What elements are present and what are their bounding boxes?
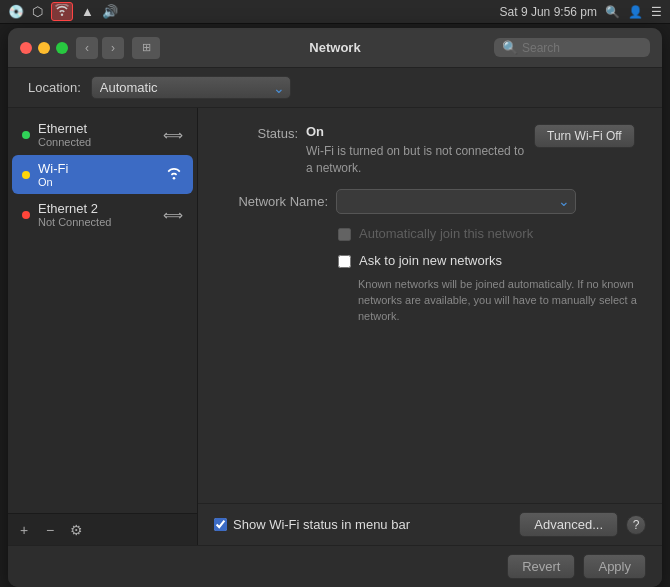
menubar: 💿 ⬡ ▲ 🔊 Sat 9 Jun 9:56 pm 🔍 👤 ☰ (0, 0, 670, 24)
location-select[interactable]: Automatic Home Work Custom (91, 76, 291, 99)
ethernet2-name: Ethernet 2 (38, 201, 155, 216)
action-bar: Revert Apply (8, 545, 662, 587)
wifi-text: Wi-Fi On (38, 161, 157, 188)
wifi-status: On (38, 176, 157, 188)
upload-icon: ▲ (81, 4, 94, 19)
back-button[interactable]: ‹ (76, 37, 98, 59)
window-title: Network (309, 40, 360, 55)
status-label: Status: (218, 124, 298, 141)
location-bar: Location: Automatic Home Work Custom ⌄ (8, 68, 662, 108)
wifi-signal-icon (165, 166, 183, 183)
search-input[interactable] (522, 41, 642, 55)
volume-icon: 🔊 (102, 4, 118, 19)
add-network-button[interactable]: + (12, 518, 36, 542)
ask-join-row: Ask to join new networks Known networks … (218, 253, 642, 325)
status-dot-yellow (22, 171, 30, 179)
network-name-select[interactable] (336, 189, 576, 214)
network-settings-button[interactable]: ⚙ (64, 518, 88, 542)
ethernet-text: Ethernet Connected (38, 121, 155, 148)
titlebar: ‹ › ⊞ Network 🔍 (8, 28, 662, 68)
show-wifi-row: Show Wi-Fi status in menu bar (214, 517, 511, 532)
sidebar: Ethernet Connected ⟺ Wi-Fi On (8, 108, 198, 545)
minimize-button[interactable] (38, 42, 50, 54)
nvidia-icon: ⬡ (32, 4, 43, 19)
nav-buttons: ‹ › ⊞ (76, 37, 160, 59)
auto-join-label: Automatically join this network (359, 226, 533, 241)
auto-join-row: Automatically join this network (218, 226, 642, 241)
account-icon[interactable]: 👤 (628, 5, 643, 19)
status-dot-green (22, 131, 30, 139)
status-value: On (306, 124, 526, 139)
wifi-name: Wi-Fi (38, 161, 157, 176)
status-row: Status: On Wi-Fi is turned on but is not… (218, 124, 642, 177)
detail-panel: Status: On Wi-Fi is turned on but is not… (198, 108, 662, 545)
ask-join-description: Known networks will be joined automatica… (358, 278, 637, 323)
ethernet2-icon: ⟺ (163, 207, 183, 223)
remove-network-button[interactable]: − (38, 518, 62, 542)
ethernet2-status: Not Connected (38, 216, 155, 228)
wifi-icon (51, 2, 73, 21)
sidebar-list: Ethernet Connected ⟺ Wi-Fi On (8, 108, 197, 513)
location-label: Location: (28, 80, 81, 95)
revert-button[interactable]: Revert (507, 554, 575, 579)
menu-icon[interactable]: ☰ (651, 5, 662, 19)
auto-join-checkbox (338, 228, 351, 241)
sidebar-item-ethernet2[interactable]: Ethernet 2 Not Connected ⟺ (12, 195, 193, 234)
location-select-wrapper: Automatic Home Work Custom ⌄ (91, 76, 291, 99)
search-icon: 🔍 (502, 40, 518, 55)
search-icon[interactable]: 🔍 (605, 5, 620, 19)
main-content: Ethernet Connected ⟺ Wi-Fi On (8, 108, 662, 545)
ethernet-status: Connected (38, 136, 155, 148)
sidebar-item-wifi[interactable]: Wi-Fi On (12, 155, 193, 194)
status-description: Wi-Fi is turned on but is not connected … (306, 143, 526, 177)
grid-button[interactable]: ⊞ (132, 37, 160, 59)
ethernet-name: Ethernet (38, 121, 155, 136)
forward-button[interactable]: › (102, 37, 124, 59)
sidebar-toolbar: + − ⚙ (8, 513, 197, 545)
show-wifi-checkbox[interactable] (214, 518, 227, 531)
close-button[interactable] (20, 42, 32, 54)
ethernet2-text: Ethernet 2 Not Connected (38, 201, 155, 228)
network-window: ‹ › ⊞ Network 🔍 Location: Automatic Home… (8, 28, 662, 587)
ask-join-checkbox[interactable] (338, 255, 351, 268)
network-name-row: Network Name: ⌄ (218, 189, 642, 214)
help-button[interactable]: ? (626, 515, 646, 535)
apply-button[interactable]: Apply (583, 554, 646, 579)
advanced-button[interactable]: Advanced... (519, 512, 618, 537)
status-inline: On Wi-Fi is turned on but is not connect… (306, 124, 635, 177)
sidebar-item-ethernet[interactable]: Ethernet Connected ⟺ (12, 115, 193, 154)
ask-join-label: Ask to join new networks (359, 253, 502, 268)
status-dot-red (22, 211, 30, 219)
menubar-left: 💿 ⬡ ▲ 🔊 (8, 2, 118, 21)
disk-icon: 💿 (8, 4, 24, 19)
network-name-label: Network Name: (218, 194, 328, 209)
bottom-bar: Show Wi-Fi status in menu bar Advanced..… (198, 503, 662, 545)
traffic-lights (20, 42, 68, 54)
status-content: On Wi-Fi is turned on but is not connect… (306, 124, 526, 177)
network-name-field: ⌄ (336, 189, 642, 214)
turn-wifi-button[interactable]: Turn Wi-Fi Off (534, 124, 635, 148)
maximize-button[interactable] (56, 42, 68, 54)
menubar-datetime: Sat 9 Jun 9:56 pm 🔍 👤 ☰ (500, 5, 662, 19)
network-select-wrapper: ⌄ (336, 189, 576, 214)
show-wifi-label: Show Wi-Fi status in menu bar (233, 517, 410, 532)
window-body: Location: Automatic Home Work Custom ⌄ (8, 68, 662, 587)
ethernet-icon: ⟺ (163, 127, 183, 143)
titlebar-search[interactable]: 🔍 (494, 38, 650, 57)
datetime-text: Sat 9 Jun 9:56 pm (500, 5, 597, 19)
